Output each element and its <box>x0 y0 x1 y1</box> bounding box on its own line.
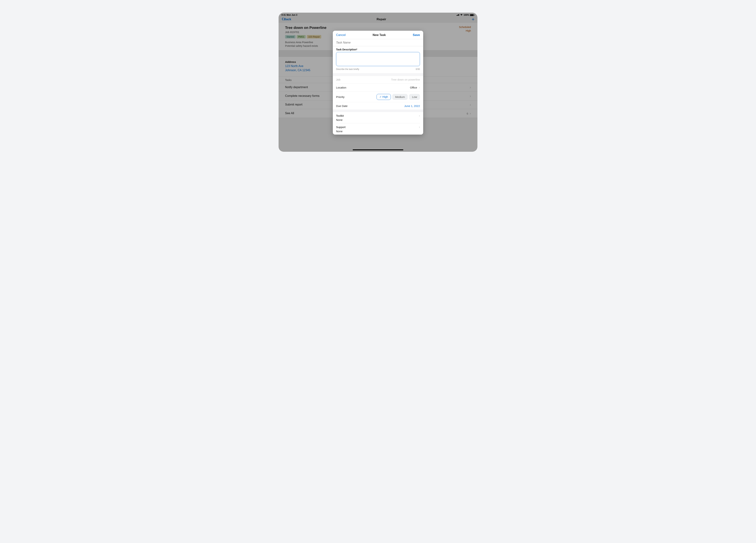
chevron-right-icon: › <box>419 125 420 129</box>
support-label: Support <box>336 126 346 129</box>
location-row[interactable]: Location Office › <box>333 84 423 92</box>
priority-high-label: High <box>382 95 388 98</box>
new-task-modal: Cancel New Task Save Task Description* D… <box>333 31 423 135</box>
priority-medium-button[interactable]: Medium <box>392 94 408 100</box>
modal-title: New Task <box>373 33 386 37</box>
job-row: Job Tree down on powerline <box>333 76 423 83</box>
due-date-row[interactable]: Due Date June 1, 2022 <box>333 102 423 110</box>
support-row[interactable]: Support › None <box>333 123 423 135</box>
priority-label: Priority <box>336 95 345 99</box>
chevron-right-icon: › <box>419 114 420 118</box>
support-value: None <box>336 130 420 133</box>
toolkit-row[interactable]: Toolkit › None <box>333 112 423 123</box>
check-icon: ✓ <box>379 95 382 98</box>
desc-meta: Describe the task briefly 0/30 <box>336 68 420 70</box>
location-value: Office <box>410 86 417 89</box>
job-row-value: Tree down on powerline <box>391 78 420 81</box>
desc-label: Task Description* <box>336 48 420 51</box>
desc-counter: 0/30 <box>416 68 420 70</box>
device-frame: 9:41 Mon Jun 3 100% Back Repair <box>279 13 477 152</box>
desc-hint: Describe the task briefly <box>336 68 359 70</box>
desc-section: Task Description* Describe the task brie… <box>333 46 423 73</box>
job-row-label: Job <box>336 78 340 81</box>
home-indicator[interactable] <box>353 149 403 150</box>
task-description-input[interactable] <box>336 52 420 66</box>
chevron-right-icon: › <box>419 86 420 89</box>
cancel-button[interactable]: Cancel <box>336 33 346 37</box>
toolkit-label: Toolkit <box>336 114 344 117</box>
location-label: Location <box>336 86 346 89</box>
task-name-input[interactable] <box>333 39 423 46</box>
due-date-label: Due Date <box>336 104 347 108</box>
priority-segmented: ✓High Medium Low <box>377 94 420 100</box>
priority-low-button[interactable]: Low <box>409 94 420 100</box>
due-date-value: June 1, 2022 <box>404 104 420 108</box>
priority-row: Priority ✓High Medium Low <box>333 92 423 102</box>
priority-high-button[interactable]: ✓High <box>377 94 391 100</box>
toolkit-value: None <box>336 118 420 121</box>
modal-header: Cancel New Task Save <box>333 31 423 39</box>
save-button[interactable]: Save <box>413 33 420 37</box>
